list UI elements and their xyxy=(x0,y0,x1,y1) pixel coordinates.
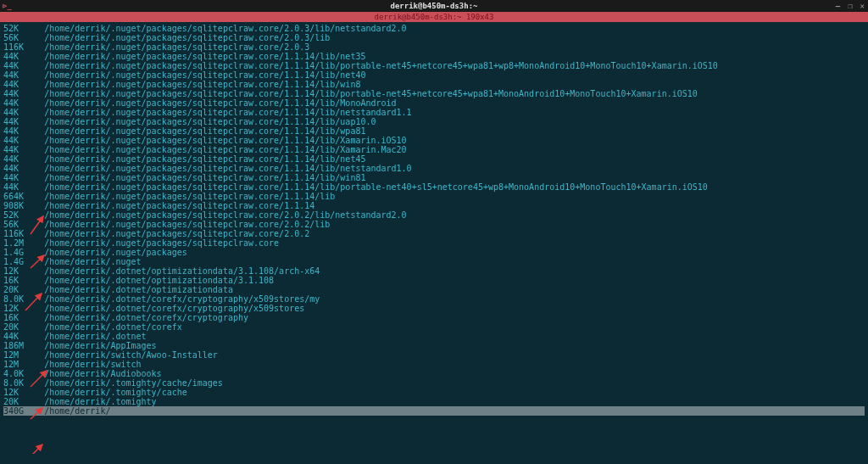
output-row: 16K /home/derrik/.dotnet/corefx/cryptogr… xyxy=(3,313,865,322)
output-row: 52K /home/derrik/.nuget/packages/sqlitep… xyxy=(3,210,865,220)
window-title: derrik@b450m-ds3h:~ xyxy=(391,2,478,11)
minimize-button[interactable]: — xyxy=(836,2,840,11)
output-row: 12K /home/derrik/.dotnet/optimizationdat… xyxy=(3,266,865,276)
output-row: 44K /home/derrik/.dotnet xyxy=(3,332,865,341)
output-row: 8.0K /home/derrik/.dotnet/corefx/cryptog… xyxy=(3,294,865,304)
output-row: 44K /home/derrik/.nuget/packages/sqlitep… xyxy=(3,108,865,117)
output-row: 44K /home/derrik/.nuget/packages/sqlitep… xyxy=(3,117,865,126)
output-row: 20K /home/derrik/.dotnet/corefx xyxy=(3,322,865,332)
output-row: 44K /home/derrik/.nuget/packages/sqlitep… xyxy=(3,145,865,154)
output-row: 116K /home/derrik/.nuget/packages/sqlite… xyxy=(3,229,865,238)
output-row: 52K /home/derrik/.nuget/packages/sqlitep… xyxy=(3,24,865,33)
arrow-icon xyxy=(31,444,42,454)
terminal-window: ⊳_ derrik@b450m-ds3h:~ — ❐ ✕ derrik@b450… xyxy=(0,0,868,464)
output-row: 12K /home/derrik/.tomighty/cache xyxy=(3,388,865,397)
output-row: 44K /home/derrik/.nuget/packages/sqlitep… xyxy=(3,136,865,145)
output-row: 44K /home/derrik/.nuget/packages/sqlitep… xyxy=(3,80,865,89)
output-row: 44K /home/derrik/.nuget/packages/sqlitep… xyxy=(3,52,865,61)
output-row: 44K /home/derrik/.nuget/packages/sqlitep… xyxy=(3,61,865,70)
output-row: 12K /home/derrik/.dotnet/corefx/cryptogr… xyxy=(3,304,865,313)
app-icon: ⊳_ xyxy=(3,2,12,11)
output-row: 44K /home/derrik/.nuget/packages/sqlitep… xyxy=(3,70,865,80)
output-row: 56K /home/derrik/.nuget/packages/sqlitep… xyxy=(3,33,865,42)
window-footer xyxy=(0,454,868,464)
output-row: 44K /home/derrik/.nuget/packages/sqlitep… xyxy=(3,154,865,164)
output-row: 340G /home/derrik/ xyxy=(3,406,865,416)
output-row: 16K /home/derrik/.dotnet/optimizationdat… xyxy=(3,276,865,285)
output-row: 12M /home/derrik/switch xyxy=(3,360,865,369)
output-row: 1.2M /home/derrik/.nuget/packages/sqlite… xyxy=(3,238,865,248)
output-row: 8.0K /home/derrik/.tomighty/cache/images xyxy=(3,378,865,388)
window-titlebar[interactable]: ⊳_ derrik@b450m-ds3h:~ — ❐ ✕ xyxy=(0,0,868,12)
output-row: 56K /home/derrik/.nuget/packages/sqlitep… xyxy=(3,220,865,229)
output-row: 44K /home/derrik/.nuget/packages/sqlitep… xyxy=(3,182,865,192)
maximize-button[interactable]: ❐ xyxy=(848,2,852,11)
output-row: 44K /home/derrik/.nuget/packages/sqlitep… xyxy=(3,173,865,182)
output-row: 44K /home/derrik/.nuget/packages/sqlitep… xyxy=(3,98,865,108)
tab-label: derrik@b450m-ds3h:~ 190x43 xyxy=(375,13,494,22)
output-row: 664K /home/derrik/.nuget/packages/sqlite… xyxy=(3,192,865,201)
output-row: 116K /home/derrik/.nuget/packages/sqlite… xyxy=(3,42,865,52)
output-row: 1.4G /home/derrik/.nuget xyxy=(3,257,865,266)
output-row: 12M /home/derrik/switch/Awoo-Installer xyxy=(3,350,865,360)
terminal-area[interactable]: 52K /home/derrik/.nuget/packages/sqlitep… xyxy=(0,22,868,454)
output-row: 1.4G /home/derrik/.nuget/packages xyxy=(3,248,865,257)
output-row: 44K /home/derrik/.nuget/packages/sqlitep… xyxy=(3,126,865,136)
output-row: 44K /home/derrik/.nuget/packages/sqlitep… xyxy=(3,89,865,98)
output-row: 20K /home/derrik/.tomighty xyxy=(3,397,865,406)
window-controls: — ❐ ✕ xyxy=(836,2,865,11)
close-button[interactable]: ✕ xyxy=(860,2,865,11)
output-row: 186M /home/derrik/AppImages xyxy=(3,341,865,350)
output-row: 4.0K /home/derrik/Audiobooks xyxy=(3,369,865,378)
output-row: 908K /home/derrik/.nuget/packages/sqlite… xyxy=(3,201,865,210)
output-row: 44K /home/derrik/.nuget/packages/sqlitep… xyxy=(3,164,865,173)
output-row: 20K /home/derrik/.dotnet/optimizationdat… xyxy=(3,285,865,294)
tab-bar[interactable]: derrik@b450m-ds3h:~ 190x43 xyxy=(0,12,868,22)
